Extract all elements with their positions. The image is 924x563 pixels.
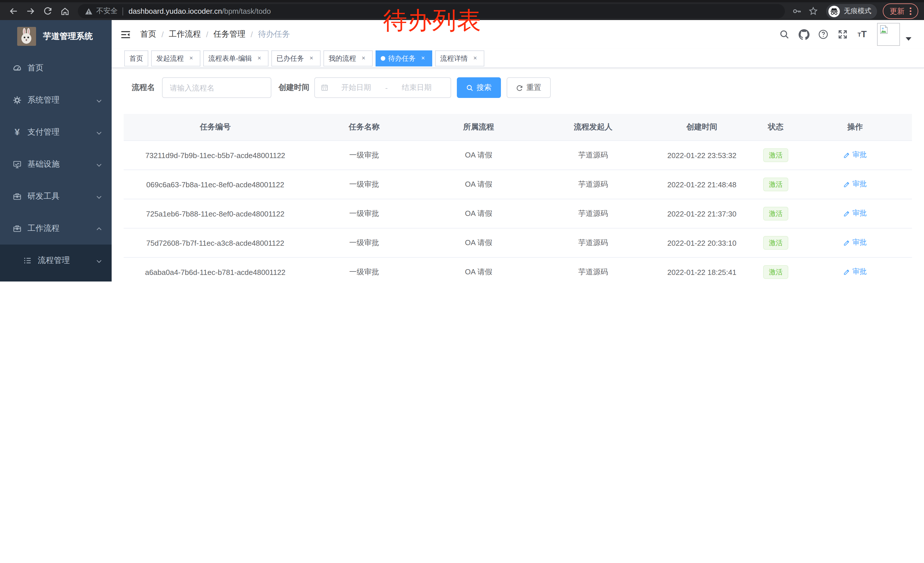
sidebar-item-label: 基础设施 [27,159,60,170]
breadcrumb-separator: / [251,30,253,39]
warning-icon [85,7,93,15]
todo-task-table: 任务编号 任务名称 所属流程 流程发起人 创建时间 状态 操作 73211d9d… [124,114,912,281]
app: 芋道管理系统 首页 系统管理 ¥ 支付管理 基础设施 [0,20,924,281]
tab-done-tasks[interactable]: 已办任务× [272,50,321,66]
sidebar-item-infrastructure[interactable]: 基础设施 [0,148,112,180]
page-content: 流程名 创建时间 开始日期 - 结束日期 搜索 重 [112,68,924,281]
sidebar-item-home[interactable]: 首页 [0,52,112,84]
close-icon[interactable]: × [360,54,368,62]
cell-task-name: 一级审批 [307,141,422,170]
url-host: dashboard.yudao.iocoder.cn [129,7,222,15]
col-actions: 操作 [798,114,912,141]
search-button[interactable]: 搜索 [456,77,501,98]
chevron-down-icon [96,256,102,265]
sidebar-item-process-mgmt[interactable]: 流程管理 [0,245,112,277]
date-separator: - [384,83,389,92]
app-header: 首页 / 工作流程 / 任务管理 / 待办任务 [112,20,924,49]
toolbox-icon [13,192,22,201]
sidebar-item-payment[interactable]: ¥ 支付管理 [0,116,112,148]
cell-create-time: 2022-01-22 23:53:32 [650,141,753,170]
search-button-icon [466,84,473,92]
approve-link[interactable]: 审批 [843,238,867,248]
table-header-row: 任务编号 任务名称 所属流程 流程发起人 创建时间 状态 操作 [124,114,912,141]
approve-link[interactable]: 审批 [843,267,867,277]
pen-icon [843,152,850,159]
col-starter: 流程发起人 [536,114,650,141]
font-size-icon[interactable]: TT [854,26,870,43]
start-date-placeholder: 开始日期 [328,83,384,93]
cell-process: OA 请假 [422,170,536,199]
update-button[interactable]: 更新 [883,3,918,19]
tab-start-process[interactable]: 发起流程× [151,50,200,66]
cell-starter: 芋道源码 [536,141,650,170]
cell-task-name: 一级审批 [307,170,422,199]
home-icon[interactable] [57,4,72,19]
bookmark-star-icon[interactable] [806,4,820,19]
sidebar-item-system[interactable]: 系统管理 [0,84,112,116]
sidebar-logo[interactable]: 芋道管理系统 [0,20,112,52]
browser-menu-icon[interactable] [910,7,911,15]
close-icon[interactable]: × [255,54,263,62]
reset-button[interactable]: 重置 [506,77,550,98]
process-name-input[interactable] [162,77,271,98]
table-row: a6aba0a4-7b6d-11ec-b781-acde48001122 一级审… [124,257,912,281]
active-dot [381,56,385,60]
cell-task-name: 一级审批 [307,199,422,228]
tab-form-edit[interactable]: 流程表单-编辑× [203,50,268,66]
cell-starter: 芋道源码 [536,170,650,199]
tab-home[interactable]: 首页 [124,50,148,66]
fullscreen-icon[interactable] [835,26,851,43]
date-range-picker[interactable]: 开始日期 - 结束日期 [314,77,451,98]
status-badge: 激活 [763,148,788,162]
sidebar-item-task-mgmt[interactable]: 任务管理 [0,277,112,281]
cell-task-id: 75d72608-7b7f-11ec-a3c8-acde48001122 [124,228,307,257]
tab-label: 流程详情 [440,51,468,65]
tab-todo-tasks[interactable]: 待办任务× [375,50,432,66]
breadcrumb-item[interactable]: 工作流程 [169,29,201,39]
cell-task-id: a6aba0a4-7b6d-11ec-b781-acde48001122 [124,257,307,281]
sidebar-collapse-icon[interactable] [120,29,131,40]
reload-icon[interactable] [40,4,55,19]
back-icon[interactable] [6,4,21,19]
close-icon[interactable]: × [187,54,195,62]
status-badge: 激活 [763,177,788,191]
search-icon[interactable] [776,26,792,43]
tab-my-process[interactable]: 我的流程× [324,50,373,66]
cell-process: OA 请假 [422,141,536,170]
update-label: 更新 [890,6,904,17]
main-area: 首页 / 工作流程 / 任务管理 / 待办任务 [112,20,924,281]
forward-icon[interactable] [23,4,38,19]
breadcrumb-separator: / [162,30,164,39]
sidebar-item-label: 流程管理 [38,255,70,266]
broken-image-icon [879,25,888,35]
avatar[interactable] [877,23,900,46]
approve-link[interactable]: 审批 [843,209,867,219]
github-icon[interactable] [796,26,812,43]
tab-process-detail[interactable]: 流程详情× [435,50,484,66]
close-icon[interactable]: × [419,54,427,62]
approve-link[interactable]: 审批 [843,150,867,160]
cell-create-time: 2022-01-22 18:25:41 [650,257,753,281]
tab-label: 发起流程 [156,51,184,65]
tab-label: 已办任务 [276,51,304,65]
breadcrumb-current: 待办任务 [258,29,290,39]
sidebar-item-workflow[interactable]: 工作流程 [0,213,112,245]
status-badge: 激活 [763,207,788,221]
avatar-caret-icon[interactable] [906,37,911,41]
chevron-down-icon [96,192,102,201]
sidebar-item-devtools[interactable]: 研发工具 [0,180,112,213]
help-icon[interactable] [815,26,831,43]
close-icon[interactable]: × [308,54,315,62]
approve-link[interactable]: 审批 [843,180,867,189]
close-icon[interactable]: × [471,54,479,62]
browser-tab-strip [0,0,924,2]
cell-task-name: 一级审批 [307,257,422,281]
cell-process: OA 请假 [422,199,536,228]
breadcrumb-item[interactable]: 首页 [140,29,156,39]
cell-starter: 芋道源码 [536,228,650,257]
list-tree-icon [23,256,32,265]
col-create-time: 创建时间 [650,114,753,141]
url-path: /bpm/task/todo [222,7,271,15]
breadcrumb-item[interactable]: 任务管理 [213,29,246,39]
key-icon[interactable] [789,4,804,19]
